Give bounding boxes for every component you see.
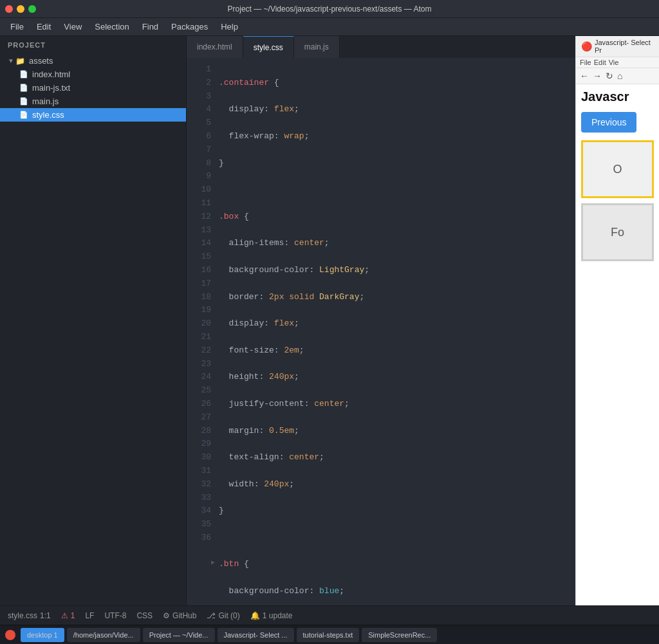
- menu-file[interactable]: File: [5, 21, 29, 33]
- status-errors: ⚠ 1: [61, 611, 75, 620]
- taskbar-fm-label: /home/jason/Vide...: [73, 631, 134, 639]
- folder-name: assets: [29, 56, 53, 66]
- browser-box-1: O: [581, 140, 654, 198]
- menu-find[interactable]: Find: [137, 21, 163, 33]
- taskbar-item-atom[interactable]: Project — ~/Vide...: [143, 628, 215, 642]
- browser-panel: 🔴 Javascript- Select Pr File Edit Vie ← …: [575, 36, 659, 605]
- browser-menu-view[interactable]: Vie: [609, 59, 619, 66]
- taskbar: desktop 1 /home/jason/Vide... Project — …: [0, 625, 659, 644]
- menu-bar: File Edit View Selection Find Packages H…: [0, 18, 659, 36]
- browser-forward-button[interactable]: →: [593, 71, 602, 81]
- file-label-main-js-txt: main-js.txt: [32, 83, 70, 93]
- sidebar-item-main-js-txt[interactable]: 📄 main-js.txt: [0, 81, 186, 95]
- tab-style-css[interactable]: style.css: [243, 36, 294, 58]
- previous-button[interactable]: Previous: [581, 112, 636, 133]
- taskbar-item-desktop[interactable]: desktop 1: [21, 628, 64, 642]
- sidebar-item-main-js[interactable]: 📄 main.js: [0, 95, 186, 108]
- maximize-button[interactable]: [28, 5, 36, 13]
- status-filename: style.css 1:1: [8, 611, 51, 620]
- syntax-label: CSS: [136, 611, 153, 620]
- browser-menu-bar: File Edit Vie: [576, 57, 659, 68]
- taskbar-item-browser[interactable]: Javascript- Select ...: [218, 628, 294, 642]
- menu-edit[interactable]: Edit: [32, 21, 56, 33]
- title-bar: Project — ~/Videos/javascript-previous-n…: [0, 0, 659, 18]
- taskbar-screenrec-label: SimpleScreenRec...: [368, 631, 431, 639]
- browser-box-2: Fo: [581, 203, 654, 261]
- taskbar-item-tutorial[interactable]: tutorial-steps.txt: [297, 628, 360, 642]
- minimize-button[interactable]: [17, 5, 24, 13]
- tab-index-html[interactable]: index.html: [187, 36, 243, 58]
- status-bar: style.css 1:1 ⚠ 1 LF UTF-8 CSS ⚙ GitHub …: [0, 605, 659, 625]
- browser-back-button[interactable]: ←: [580, 71, 589, 81]
- file-label-index: index.html: [32, 69, 70, 79]
- taskbar-item-file-manager[interactable]: /home/jason/Vide...: [67, 628, 140, 642]
- error-icon: ⚠: [61, 611, 68, 620]
- browser-home-button[interactable]: ⌂: [617, 71, 622, 81]
- folder-icon: 📁: [15, 57, 25, 66]
- code-editor[interactable]: 12345 678910 1112131415 1617181920 21222…: [187, 58, 575, 605]
- browser-favicon: 🔴: [581, 41, 592, 51]
- file-label-main-js: main.js: [32, 97, 59, 106]
- main-layout: Project ▼ 📁 assets 📄 index.html 📄 main-j…: [0, 36, 659, 605]
- window-controls[interactable]: [5, 5, 36, 13]
- tab-main-js[interactable]: main.js: [294, 36, 340, 58]
- browser-box-1-text: O: [613, 163, 622, 176]
- menu-selection[interactable]: Selection: [89, 21, 134, 33]
- git-branch-label: Git (0): [218, 611, 239, 620]
- taskbar-tutorial-label: tutorial-steps.txt: [303, 631, 353, 639]
- status-git-branch[interactable]: ⎇ Git (0): [207, 611, 239, 620]
- sidebar-item-style-css[interactable]: 📄 style.css: [0, 108, 186, 122]
- error-count: 1: [71, 611, 75, 620]
- menu-view[interactable]: View: [59, 21, 87, 33]
- lf-label: LF: [85, 611, 94, 620]
- taskbar-atom-label: Project — ~/Vide...: [149, 631, 209, 639]
- sidebar: Project ▼ 📁 assets 📄 index.html 📄 main-j…: [0, 36, 187, 605]
- status-update[interactable]: 🔔 1 update: [250, 611, 293, 620]
- file-icon-4: 📄: [19, 111, 28, 119]
- browser-menu-edit[interactable]: Edit: [594, 59, 606, 66]
- browser-box-2-text: Fo: [611, 226, 624, 239]
- menu-packages[interactable]: Packages: [166, 21, 213, 33]
- status-lf: LF: [85, 611, 94, 620]
- git-branch-icon: ⎇: [207, 611, 216, 620]
- browser-refresh-button[interactable]: ↻: [606, 71, 613, 81]
- file-icon-2: 📄: [19, 84, 28, 92]
- browser-content: Javascr Previous O Fo: [576, 84, 659, 605]
- file-label-style-css: style.css: [32, 110, 64, 120]
- close-button[interactable]: [5, 5, 13, 13]
- browser-title-bar: 🔴 Javascript- Select Pr: [576, 36, 659, 57]
- update-label: 1 update: [263, 611, 293, 620]
- browser-menu-file[interactable]: File: [580, 59, 591, 66]
- taskbar-desktop-label: desktop 1: [27, 631, 58, 639]
- github-label: GitHub: [172, 611, 196, 620]
- editor-area: index.html style.css main.js 12345 67891…: [187, 36, 575, 605]
- sidebar-header: Project: [0, 36, 186, 54]
- window-title: Project — ~/Videos/javascript-previous-n…: [228, 5, 432, 14]
- menu-help[interactable]: Help: [216, 21, 243, 33]
- encoding-label: UTF-8: [104, 611, 126, 620]
- status-encoding: UTF-8: [104, 611, 126, 620]
- status-filename-text: style.css: [8, 611, 37, 620]
- folder-arrow-icon: ▼: [8, 57, 14, 64]
- status-github[interactable]: ⚙ GitHub: [163, 611, 196, 620]
- editor-tabs: index.html style.css main.js: [187, 36, 575, 58]
- code-text[interactable]: .container { display: flex; flex-wrap: w…: [219, 63, 575, 600]
- file-icon: 📄: [19, 70, 28, 78]
- taskbar-item-screenrec[interactable]: SimpleScreenRec...: [362, 628, 437, 642]
- sidebar-item-index-html[interactable]: 📄 index.html: [0, 68, 186, 81]
- folder-assets[interactable]: ▼ 📁 assets: [0, 54, 186, 68]
- browser-tab-title: Javascript- Select Pr: [595, 39, 654, 54]
- file-icon-3: 📄: [19, 97, 28, 106]
- github-icon: ⚙: [163, 611, 170, 620]
- taskbar-browser-label: Javascript- Select ...: [224, 631, 288, 639]
- update-icon: 🔔: [250, 611, 260, 620]
- line-numbers: 12345 678910 1112131415 1617181920 21222…: [187, 63, 219, 600]
- taskbar-firefox-icon: [5, 630, 15, 640]
- browser-heading: Javascr: [581, 89, 654, 104]
- status-syntax: CSS: [136, 611, 153, 620]
- status-cursor: 1:1: [40, 611, 51, 620]
- browser-nav: ← → ↻ ⌂: [576, 68, 659, 84]
